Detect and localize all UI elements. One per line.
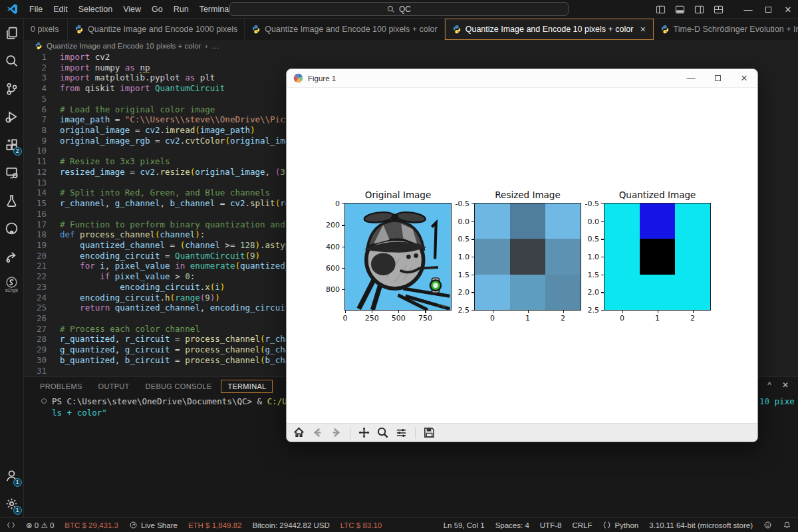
status-encoding[interactable]: UTF-8: [540, 521, 562, 529]
minimize-button[interactable]: —: [738, 5, 758, 15]
subplot-title: Quantized Image: [619, 190, 696, 200]
maximize-panel-icon[interactable]: ^: [767, 380, 771, 390]
tab-4[interactable]: Quantize Image and Encode 10 pixels + co…: [445, 19, 654, 40]
figure-titlebar[interactable]: Figure 1 — ✕: [287, 69, 757, 88]
y-tick-label: 0.5: [458, 235, 470, 243]
tab-label: Time-D Schrödinger Evolution + Interfere…: [674, 25, 798, 34]
menu-go[interactable]: Go: [146, 5, 168, 14]
activity-testing[interactable]: [0, 186, 24, 214]
vscode-logo: [7, 3, 18, 15]
status-bitcoin-usd[interactable]: Bitcoin: 29442.82 USD: [252, 521, 329, 529]
status-eol[interactable]: CRLF: [572, 521, 592, 529]
panel-tab-debug-console[interactable]: DEBUG CONSOLE: [139, 380, 219, 393]
tab-5[interactable]: Time-D Schrödinger Evolution + Interfere…: [654, 19, 798, 40]
y-tick-label: 1.0: [458, 253, 470, 261]
activity-search[interactable]: [0, 47, 24, 74]
menu-run[interactable]: Run: [168, 5, 194, 14]
y-tick-label: 2.0: [458, 288, 470, 297]
status-ltc-ticker[interactable]: LTC $ 83.10: [340, 521, 382, 529]
y-tick-label: -0.5: [585, 200, 599, 208]
command-decoration-icon[interactable]: [41, 398, 47, 404]
subplot-title: Resized Image: [495, 190, 560, 200]
tab-1[interactable]: 0 pixels: [24, 19, 68, 40]
status-btc-ticker[interactable]: BTC $ 29,431.3: [65, 521, 118, 529]
line-number: 22: [24, 271, 60, 282]
home-icon[interactable]: [293, 426, 305, 439]
status-live-share[interactable]: Live Share: [129, 521, 178, 529]
close-button[interactable]: ✕: [778, 5, 798, 15]
close-tab-icon[interactable]: ✕: [640, 25, 646, 34]
forward-icon[interactable]: [330, 426, 342, 439]
activity-accounts[interactable]: 1: [0, 462, 24, 489]
figure-minimize-button[interactable]: —: [678, 73, 704, 83]
status-eth-ticker[interactable]: ETH $ 1,849.82: [188, 521, 242, 529]
activity-github[interactable]: [0, 214, 24, 242]
figure-window[interactable]: Figure 1 — ✕ Original Image: [286, 68, 758, 442]
figure-close-button[interactable]: ✕: [731, 73, 757, 83]
subplot-2: Resized Image-0.50.00.51.01.52.02.5012: [474, 203, 581, 311]
python-file-icon: [35, 42, 43, 50]
toggle-sidebar-icon[interactable]: [656, 5, 666, 15]
menu-edit[interactable]: Edit: [48, 5, 73, 14]
badge: 2: [13, 147, 22, 156]
activity-extensions[interactable]: 2: [0, 130, 24, 158]
y-tick-label: 0: [335, 200, 340, 208]
tab-3[interactable]: Quantize Image and Encode 100 pixels + c…: [245, 19, 445, 40]
heatmap-cells: [475, 203, 581, 310]
tab-label: 0 pixels: [31, 25, 59, 34]
zoom-icon[interactable]: [376, 426, 389, 439]
status-bar: ⊗ 0 ⚠ 0BTC $ 29,431.3Live ShareETH $ 1,8…: [0, 517, 798, 532]
activity-scrypt[interactable]: sCrypt: [0, 270, 24, 298]
panel-tab-terminal[interactable]: TERMINAL: [221, 380, 273, 393]
menu-view[interactable]: View: [118, 5, 146, 14]
menu-file[interactable]: File: [24, 5, 48, 14]
status-text: Live Share: [141, 521, 178, 529]
code-line: 1import cv2: [24, 52, 798, 63]
subplot-3: Quantized Image-0.50.00.51.01.52.02.5012: [604, 203, 711, 311]
figure-maximize-button[interactable]: [704, 73, 731, 83]
status-indentation[interactable]: Spaces: 4: [495, 521, 529, 529]
y-tick-label: 800: [326, 285, 340, 294]
activity-source-control[interactable]: [0, 74, 24, 102]
x-tick-label: 0: [490, 314, 495, 323]
status-cursor-position[interactable]: Ln 59, Col 1: [444, 521, 485, 529]
back-icon[interactable]: [311, 426, 324, 439]
pan-icon[interactable]: [358, 426, 370, 439]
y-tick-label: 0.0: [458, 217, 470, 225]
status-problems[interactable]: ⊗ 0 ⚠ 0: [26, 521, 54, 530]
y-tick-label: 2.5: [588, 306, 600, 315]
panel-tab-problems[interactable]: PROBLEMS: [33, 380, 89, 393]
activity-settings[interactable]: 1: [0, 489, 24, 517]
status-remote[interactable]: [7, 521, 15, 529]
activity-run-debug[interactable]: [0, 102, 24, 130]
activity-live-share[interactable]: [0, 242, 24, 270]
command-center-search[interactable]: QC: [229, 2, 569, 16]
toggle-secondary-sidebar-icon[interactable]: [694, 5, 704, 15]
badge: 1: [13, 506, 22, 515]
status-language-mode[interactable]: Python: [602, 521, 638, 529]
status-interpreter[interactable]: 3.10.11 64-bit (microsoft store): [649, 521, 753, 529]
python-file-icon: [660, 25, 670, 34]
y-tick-label: 200: [326, 221, 340, 229]
line-number: 23: [24, 282, 60, 293]
close-panel-icon[interactable]: ✕: [782, 380, 789, 390]
activity-explorer[interactable]: [0, 19, 24, 47]
line-number: 1: [24, 52, 60, 63]
panel-tab-output[interactable]: OUTPUT: [92, 380, 136, 393]
customize-layout-icon[interactable]: [714, 5, 724, 15]
restore-button[interactable]: [758, 5, 778, 15]
status-feedback[interactable]: [763, 521, 772, 529]
tab-label: Quantize Image and Encode 100 pixels + c…: [265, 25, 438, 34]
save-icon[interactable]: [423, 426, 436, 439]
heatmap-cells: [604, 203, 710, 310]
tab-2[interactable]: Quantize Image and Encode 1000 pixels: [68, 19, 245, 40]
breadcrumb[interactable]: Quantize Image and Encode 10 pixels + co…: [24, 40, 798, 52]
status-notifications[interactable]: [783, 521, 791, 529]
subplots-config-icon[interactable]: [395, 426, 408, 439]
toggle-panel-icon[interactable]: [675, 5, 685, 15]
activity-remote-explorer[interactable]: [0, 158, 24, 186]
menu-selection[interactable]: Selection: [73, 5, 118, 14]
python-file-icon: [74, 25, 84, 34]
x-tick-label: 750: [418, 314, 432, 323]
feedback-icon: [763, 521, 772, 529]
